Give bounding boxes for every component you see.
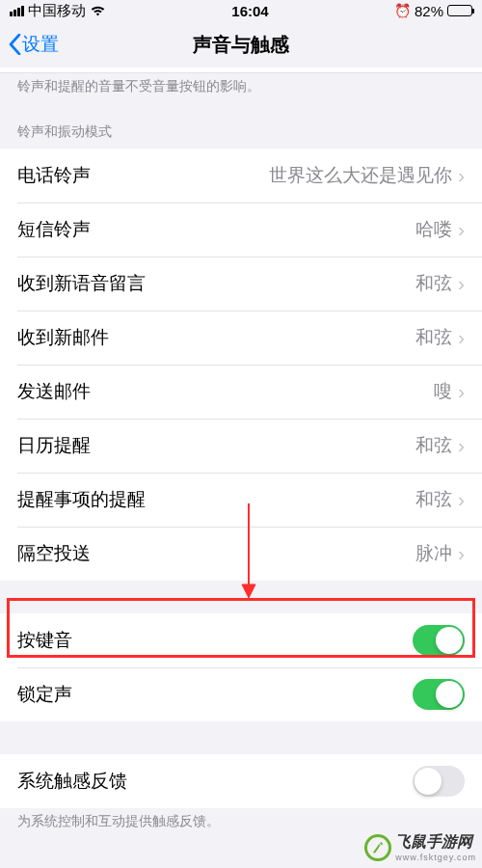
row-label: 收到新邮件: [17, 325, 109, 350]
watermark-sub: www.fsktgey.com: [395, 853, 476, 862]
section-header-ringtone: 铃声和振动模式: [0, 104, 482, 149]
row-label: 按键音: [17, 628, 72, 653]
row-value: 脉冲: [415, 541, 452, 566]
chevron-right-icon: ›: [458, 380, 465, 403]
row-label: 锁定声: [17, 682, 72, 707]
watermark: 飞鼠手游网 www.fsktgey.com: [364, 832, 476, 862]
page-title: 声音与触感: [193, 32, 289, 58]
battery-icon: [447, 5, 472, 16]
row-label: 隔空投送: [17, 541, 91, 566]
toggle-keyboard-clicks[interactable]: [413, 625, 465, 656]
volume-note: 铃声和提醒的音量不受音量按钮的影响。: [0, 73, 482, 104]
row-label: 发送邮件: [17, 379, 91, 404]
chevron-right-icon: ›: [458, 326, 465, 349]
toggle-system-haptics[interactable]: [413, 766, 465, 797]
row-value: 嗖: [434, 379, 452, 404]
row-lock-sound: 锁定声: [0, 667, 482, 721]
row-new-mail[interactable]: 收到新邮件 和弦›: [0, 311, 482, 365]
chevron-right-icon: ›: [458, 272, 465, 295]
row-sent-mail[interactable]: 发送邮件 嗖›: [0, 365, 482, 419]
back-label: 设置: [22, 32, 59, 57]
chevron-right-icon: ›: [458, 434, 465, 457]
row-value: 和弦: [415, 433, 452, 458]
carrier-label: 中国移动: [28, 2, 86, 20]
row-reminder[interactable]: 提醒事项的提醒 和弦›: [0, 473, 482, 527]
signal-icon: [10, 6, 24, 16]
clock-label: 16:04: [231, 3, 268, 19]
chevron-right-icon: ›: [458, 488, 465, 511]
watermark-icon: [364, 834, 391, 861]
row-label: 日历提醒: [17, 433, 91, 458]
chevron-right-icon: ›: [458, 542, 465, 565]
watermark-name: 飞鼠手游网: [395, 833, 472, 850]
nav-bar: 设置 声音与触感: [0, 21, 482, 68]
toggle-lock-sound[interactable]: [413, 679, 465, 710]
row-value: 和弦: [415, 271, 452, 296]
battery-pct: 82%: [415, 3, 443, 19]
chevron-left-icon: [8, 34, 22, 55]
row-voicemail[interactable]: 收到新语音留言 和弦›: [0, 257, 482, 311]
row-system-haptics: 系统触感反馈: [0, 754, 482, 808]
row-label: 系统触感反馈: [17, 769, 127, 794]
row-value: 和弦: [415, 487, 452, 512]
back-button[interactable]: 设置: [8, 32, 59, 57]
chevron-right-icon: ›: [458, 218, 465, 241]
wifi-icon: [90, 3, 106, 19]
row-airdrop[interactable]: 隔空投送 脉冲›: [0, 527, 482, 581]
row-value: 世界这么大还是遇见你: [269, 163, 452, 188]
row-label: 短信铃声: [17, 217, 91, 242]
row-value: 和弦: [415, 325, 452, 350]
row-keyboard-clicks: 按键音: [0, 613, 482, 667]
row-calendar[interactable]: 日历提醒 和弦›: [0, 419, 482, 473]
row-ringtone[interactable]: 电话铃声 世界这么大还是遇见你›: [0, 149, 482, 203]
row-label: 提醒事项的提醒: [17, 487, 146, 512]
chevron-right-icon: ›: [458, 164, 465, 187]
row-label: 电话铃声: [17, 163, 91, 188]
row-value: 哈喽: [415, 217, 452, 242]
status-bar: 中国移动 16:04 ⏰ 82%: [0, 0, 482, 21]
row-label: 收到新语音留言: [17, 271, 146, 296]
row-text-tone[interactable]: 短信铃声 哈喽›: [0, 203, 482, 257]
alarm-icon: ⏰: [394, 3, 411, 18]
